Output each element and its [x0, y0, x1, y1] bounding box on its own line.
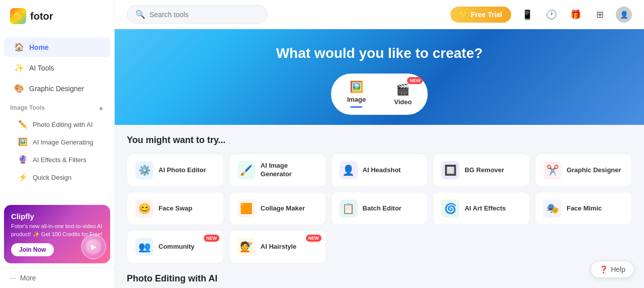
clipfly-banner: Clipfly Fotor's new all-in-one text-to-v… — [4, 205, 110, 263]
image-tab[interactable]: 🖼️ Image — [339, 78, 374, 111]
logo[interactable]: 🟡 fotor — [0, 0, 114, 32]
logo-icon: 🟡 — [10, 8, 26, 24]
nav-icon: 🎨 — [14, 84, 24, 93]
tool-card-batch-editor[interactable]: 📋 Batch Editor — [331, 192, 428, 225]
tool-label-collage-maker: Collage Maker — [261, 204, 305, 213]
tool-icon-face-mimic: 🎭 — [543, 199, 561, 218]
help-button[interactable]: ❓ Help — [591, 261, 634, 278]
tool-label-face-swap: Face Swap — [158, 204, 192, 213]
sidebar-subitem-photo-editing[interactable]: ✏️Photo Editing with AI — [4, 116, 110, 133]
tool-label-ai-headshot: AI Headshot — [363, 166, 401, 175]
search-icon: 🔍 — [135, 10, 145, 19]
tool-label-ai-image-generator: AI Image Generator — [261, 162, 317, 179]
tool-card-face-swap[interactable]: 😊 Face Swap — [127, 192, 224, 225]
tool-icon-collage-maker: 🟧 — [237, 199, 256, 218]
video-tab-icon: 🎬 — [396, 83, 410, 96]
tool-label-ai-hairstyle: AI Hairstyle — [261, 243, 297, 251]
new-badge: NEW — [306, 235, 321, 242]
photo-section: Photo Editing with AI ▶ × ▶ × ▶ × ▶ × ▶ … — [115, 273, 644, 288]
sidebar-subitem-ai-image[interactable]: 🖼️AI Image Generating — [4, 133, 110, 151]
tool-icon-community: 👥 — [135, 238, 153, 256]
tool-label-ai-photo-editor: AI Photo Editor — [158, 166, 206, 175]
clipfly-sphere-decoration: ▶ — [81, 234, 106, 259]
gift-icon[interactable]: 🎁 — [568, 7, 584, 23]
apps-icon[interactable]: ⊞ — [592, 7, 608, 23]
free-trial-button[interactable]: 💛 Free Trial — [450, 7, 511, 23]
avatar[interactable]: 👤 — [616, 7, 632, 23]
tools-grid: ⚙️ AI Photo Editor 🖌️ AI Image Generator… — [127, 154, 632, 263]
active-indicator — [350, 106, 362, 108]
video-new-badge: NEW — [407, 77, 423, 84]
tool-card-ai-headshot[interactable]: 👤 AI Headshot — [331, 154, 428, 187]
media-type-toggle: 🖼️ Image NEW 🎬 Video — [331, 74, 428, 115]
tool-card-bg-remover[interactable]: 🔲 BG Remover — [433, 154, 530, 187]
sub-nav-icon: 🔮 — [18, 155, 28, 164]
header: 🔍 💛 Free Trial 📱 🕐 🎁 ⊞ 👤 — [115, 0, 644, 29]
tools-section: You might want to try... ⚙️ AI Photo Edi… — [115, 125, 644, 273]
tool-icon-bg-remover: 🔲 — [441, 161, 459, 179]
tool-card-ai-photo-editor[interactable]: ⚙️ AI Photo Editor — [127, 154, 224, 187]
join-now-button[interactable]: Join Now — [11, 243, 54, 256]
nav-icon: 🏠 — [14, 42, 24, 52]
sub-nav-icon: ⚡ — [18, 173, 28, 182]
sidebar-subitem-ai-effects[interactable]: 🔮AI Effects & Filters — [4, 151, 110, 168]
tool-card-face-mimic[interactable]: 🎭 Face Mimic — [535, 192, 632, 225]
photo-section-title: Photo Editing with AI — [127, 273, 632, 284]
video-tab[interactable]: NEW 🎬 Video — [386, 80, 420, 109]
mobile-icon[interactable]: 📱 — [519, 7, 535, 23]
sidebar: 🟡 fotor 🏠Home✨AI Tools🎨Graphic Designer … — [0, 0, 115, 288]
sub-nav-icon: 🖼️ — [18, 137, 28, 147]
nav-icon: ✨ — [14, 63, 24, 73]
tool-card-ai-image-generator[interactable]: 🖌️ AI Image Generator — [229, 154, 326, 187]
logo-text: fotor — [30, 11, 53, 22]
image-tab-icon: 🖼️ — [350, 81, 363, 94]
section-title: You might want to try... — [127, 135, 632, 146]
sidebar-item-graphic-designer[interactable]: 🎨Graphic Designer — [4, 79, 110, 98]
sidebar-item-ai-tools[interactable]: ✨AI Tools — [4, 58, 110, 78]
sidebar-subitem-quick-design[interactable]: ⚡Quick Design — [4, 169, 110, 186]
tool-icon-face-swap: 😊 — [135, 199, 153, 218]
heart-icon: 💛 — [459, 11, 468, 19]
tool-icon-ai-headshot: 👤 — [340, 161, 358, 179]
tool-icon-ai-image-generator: 🖌️ — [237, 161, 256, 179]
tool-label-face-mimic: Face Mimic — [567, 204, 602, 213]
hero-title: What would you like to create? — [127, 45, 632, 61]
new-badge: NEW — [204, 235, 219, 242]
tool-card-community[interactable]: NEW 👥 Community — [127, 230, 224, 263]
tool-label-bg-remover: BG Remover — [464, 166, 504, 175]
sidebar-item-home[interactable]: 🏠Home — [4, 37, 110, 57]
tool-card-collage-maker[interactable]: 🟧 Collage Maker — [229, 192, 326, 225]
search-input[interactable] — [149, 11, 259, 19]
tool-icon-graphic-designer: ✂️ — [543, 161, 561, 179]
sidebar-nav: 🏠Home✨AI Tools🎨Graphic Designer Image To… — [0, 32, 114, 201]
tool-icon-ai-art-effects: 🌀 — [441, 199, 459, 218]
tool-icon-batch-editor: 📋 — [340, 199, 358, 218]
tool-label-batch-editor: Batch Editor — [363, 204, 401, 213]
tool-icon-ai-photo-editor: ⚙️ — [135, 161, 153, 179]
hero-banner: What would you like to create? 🖼️ Image … — [115, 29, 644, 125]
help-icon: ❓ — [599, 265, 608, 273]
image-tools-section: Image Tools ▲ — [0, 100, 114, 115]
image-tab-label: Image — [347, 96, 366, 103]
tool-card-ai-art-effects[interactable]: 🌀 AI Art Effects — [433, 192, 530, 225]
clipfly-title: Clipfly — [11, 212, 103, 221]
tool-card-ai-hairstyle[interactable]: NEW 💇 AI Hairstyle — [229, 230, 326, 263]
tool-card-graphic-designer[interactable]: ✂️ Graphic Designer — [535, 154, 632, 187]
video-tab-label: Video — [394, 98, 412, 106]
tool-label-ai-art-effects: AI Art Effects — [464, 204, 506, 213]
tool-icon-ai-hairstyle: 💇 — [237, 238, 256, 256]
search-bar[interactable]: 🔍 — [127, 5, 268, 24]
tool-label-graphic-designer: Graphic Designer — [567, 166, 621, 175]
tool-label-community: Community — [158, 243, 195, 251]
history-icon[interactable]: 🕐 — [543, 7, 559, 23]
more-button[interactable]: ··· More — [0, 267, 114, 288]
main-content: 🔍 💛 Free Trial 📱 🕐 🎁 ⊞ 👤 What would you … — [115, 0, 644, 288]
sub-nav-icon: ✏️ — [18, 120, 28, 129]
